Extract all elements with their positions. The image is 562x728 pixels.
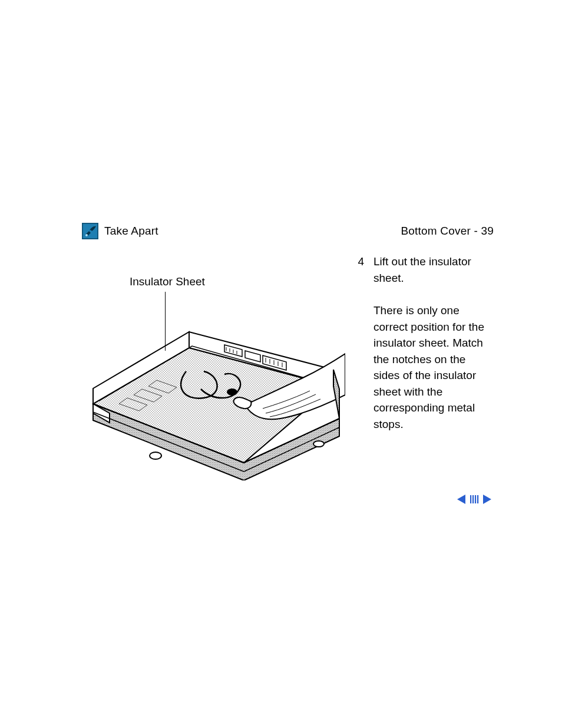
page-header: Take Apart Bottom Cover - 39 — [82, 223, 494, 239]
svg-point-11 — [313, 441, 324, 447]
next-page-icon[interactable] — [481, 493, 492, 505]
svg-rect-30 — [477, 495, 478, 503]
page-number: 39 — [481, 225, 494, 237]
header-left: Take Apart — [82, 223, 158, 239]
insulator-sheet-illustration — [86, 268, 345, 480]
page-nav-bars-icon[interactable] — [469, 493, 480, 505]
topic-title: Bottom Cover — [401, 225, 471, 237]
page: Take Apart Bottom Cover - 39 Insulator S… — [0, 0, 562, 728]
svg-rect-27 — [470, 495, 471, 503]
header-right: Bottom Cover - 39 — [401, 225, 494, 238]
section-title: Take Apart — [104, 225, 158, 238]
instruction-column: 4 Lift out the insulator sheet. There is… — [356, 253, 488, 432]
svg-point-21 — [227, 388, 237, 396]
step-note: There is only one correct position for t… — [373, 302, 488, 432]
figure-label: Insulator Sheet — [130, 275, 205, 288]
svg-rect-0 — [82, 223, 98, 239]
figure-leader-line — [165, 292, 166, 351]
prev-page-icon[interactable] — [456, 493, 468, 505]
svg-rect-29 — [475, 495, 476, 503]
page-nav — [456, 493, 492, 505]
svg-rect-28 — [472, 495, 474, 503]
step-text: Lift out the insulator sheet. — [373, 253, 488, 286]
figure: Insulator Sheet — [86, 268, 345, 480]
svg-marker-26 — [457, 495, 465, 504]
svg-marker-31 — [483, 495, 491, 504]
step: 4 Lift out the insulator sheet. — [356, 253, 488, 286]
svg-point-2 — [85, 234, 88, 236]
header-separator: - — [471, 225, 481, 237]
svg-point-10 — [150, 452, 161, 459]
take-apart-icon — [82, 223, 98, 239]
step-number: 4 — [356, 253, 364, 286]
